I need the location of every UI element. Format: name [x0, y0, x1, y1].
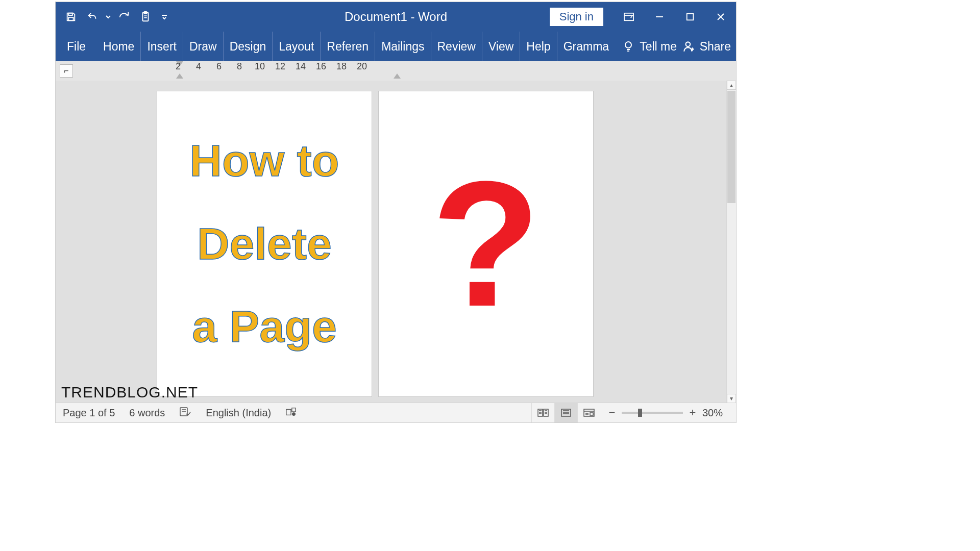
customize-qat-button[interactable] — [157, 7, 172, 27]
tab-home[interactable]: Home — [97, 32, 140, 61]
ruler-number: 14 — [296, 61, 306, 72]
web-layout-button[interactable] — [577, 403, 600, 422]
chevron-down-icon — [106, 14, 111, 19]
undo-button[interactable] — [82, 7, 103, 27]
macro-record-button[interactable] — [285, 407, 297, 419]
svg-rect-9 — [286, 409, 291, 415]
svg-rect-14 — [590, 413, 593, 415]
page-2[interactable]: ? — [378, 91, 594, 397]
word-window: Document1 - Word Sign in File Ho — [56, 2, 736, 422]
svg-point-11 — [292, 412, 296, 415]
undo-icon — [86, 11, 99, 22]
maximize-button[interactable] — [675, 2, 705, 32]
tab-insert[interactable]: Insert — [140, 32, 183, 61]
svg-rect-10 — [292, 408, 296, 411]
person-plus-icon — [682, 40, 696, 53]
customize-qat-icon — [161, 13, 168, 20]
tab-layout[interactable]: Layout — [272, 32, 320, 61]
scroll-up-arrow[interactable]: ▴ — [727, 81, 736, 90]
right-indent-marker[interactable] — [394, 73, 401, 79]
tab-grammar[interactable]: Gramma — [557, 32, 615, 61]
ruler-number: 12 — [275, 61, 285, 72]
maximize-icon — [685, 12, 695, 21]
ruler-number: 8 — [234, 61, 244, 72]
web-layout-icon — [583, 408, 595, 417]
spellcheck-icon — [179, 407, 191, 417]
ruler-number: 10 — [255, 61, 265, 72]
word-count[interactable]: 6 words — [129, 407, 165, 419]
clipboard-icon — [140, 11, 151, 23]
zoom-slider[interactable] — [622, 412, 683, 414]
tab-selector[interactable]: ⌐ — [60, 64, 73, 78]
zoom-level[interactable]: 30% — [702, 407, 723, 419]
question-mark[interactable]: ? — [431, 155, 541, 333]
redo-icon — [118, 11, 130, 22]
ruler-number: 18 — [336, 61, 347, 72]
zoom-slider-thumb[interactable] — [638, 409, 642, 417]
ruler-number: 2 — [173, 61, 183, 72]
tab-design[interactable]: Design — [223, 32, 273, 61]
redo-button[interactable] — [114, 7, 134, 27]
svg-rect-12 — [561, 409, 571, 416]
watermark-text: TRENDBLOG.NET — [61, 384, 198, 401]
tab-file[interactable]: File — [56, 32, 97, 61]
svg-rect-5 — [687, 14, 694, 20]
tab-help[interactable]: Help — [520, 32, 556, 61]
page-1-line: Delete — [189, 203, 339, 286]
svg-point-7 — [685, 42, 690, 46]
tell-me-label: Tell me — [640, 40, 677, 54]
language-indicator[interactable]: English (India) — [206, 407, 271, 419]
ruler-number: 20 — [357, 61, 367, 72]
status-bar: Page 1 of 5 6 words English (India) — [56, 403, 736, 422]
minimize-icon — [654, 12, 665, 22]
print-layout-button[interactable] — [554, 403, 577, 422]
undo-dropdown[interactable] — [104, 7, 113, 27]
horizontal-ruler[interactable]: ⌐ 2 4 6 8 10 12 14 16 18 20 — [56, 61, 736, 81]
svg-rect-1 — [68, 17, 73, 20]
scroll-down-arrow[interactable]: ▾ — [727, 394, 736, 403]
sign-in-button[interactable]: Sign in — [550, 8, 603, 26]
zoom-out-button[interactable]: − — [607, 406, 617, 419]
zoom-control: − + 30% — [600, 406, 730, 419]
svg-rect-0 — [68, 13, 72, 16]
read-mode-button[interactable] — [531, 403, 554, 422]
zoom-in-button[interactable]: + — [688, 406, 697, 419]
ruler-number: 4 — [193, 61, 204, 72]
tab-mailings[interactable]: Mailings — [375, 32, 430, 61]
macro-record-icon — [285, 407, 297, 417]
title-bar: Document1 - Word Sign in — [56, 2, 736, 32]
tab-review[interactable]: Review — [431, 32, 482, 61]
ribbon-tabs: File Home Insert Draw Design Layout Refe… — [56, 32, 736, 61]
spellcheck-status[interactable] — [179, 407, 191, 419]
page-1-wordart[interactable]: How to Delete a Page — [189, 119, 339, 368]
svg-point-6 — [625, 42, 631, 48]
clipboard-button[interactable] — [135, 7, 156, 27]
ruler-number: 6 — [214, 61, 224, 72]
tab-view[interactable]: View — [482, 32, 520, 61]
ruler-ticks: 2 4 6 8 10 12 14 16 18 20 — [173, 61, 367, 81]
ribbon-display-icon — [623, 12, 634, 21]
minimize-button[interactable] — [644, 2, 675, 32]
share-label: Share — [700, 40, 731, 54]
page-1-line: How to — [189, 119, 339, 203]
document-area: How to Delete a Page ? ▴ ▾ — [56, 81, 736, 403]
print-layout-icon — [560, 408, 572, 417]
page-1[interactable]: How to Delete a Page — [157, 91, 372, 397]
close-icon — [716, 12, 726, 22]
tab-draw[interactable]: Draw — [183, 32, 223, 61]
quick-access-toolbar — [56, 7, 172, 27]
lightbulb-icon — [622, 40, 634, 53]
vertical-scrollbar[interactable]: ▴ ▾ — [726, 81, 736, 403]
close-button[interactable] — [705, 2, 736, 32]
save-button[interactable] — [61, 7, 81, 27]
scroll-thumb[interactable] — [727, 91, 736, 203]
save-icon — [65, 11, 77, 22]
tab-references[interactable]: Referen — [320, 32, 375, 61]
ribbon-display-options[interactable] — [614, 2, 644, 32]
share-button[interactable]: Share — [682, 32, 731, 61]
tell-me-search[interactable]: Tell me — [615, 32, 684, 61]
page-indicator[interactable]: Page 1 of 5 — [63, 407, 115, 419]
page-1-line: a Page — [189, 285, 339, 368]
read-mode-icon — [537, 408, 549, 417]
ruler-number: 16 — [316, 61, 326, 72]
